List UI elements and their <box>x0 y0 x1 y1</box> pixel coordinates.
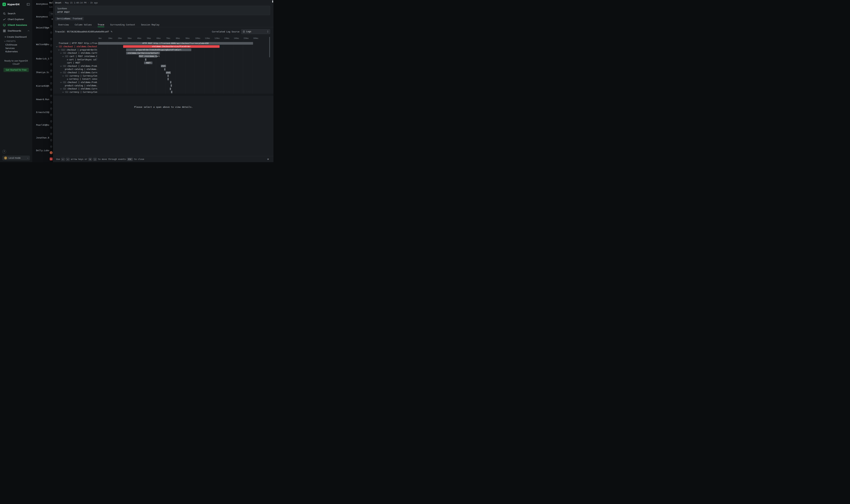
span-tree-entry[interactable]: product-catalog | oteldemo.Prod… <box>55 68 97 71</box>
span-row[interactable]: ▤currency | Convert convers…( <box>55 77 270 81</box>
span-tree-entry[interactable]: (1)currency | Currency/Convert <box>55 91 97 94</box>
span-row[interactable]: product-catalog | oteldemo.Prod…( <box>55 68 270 71</box>
chevron-down-icon[interactable] <box>58 49 60 50</box>
sidebar-item-chart-explorer[interactable]: Chart Explorer <box>0 16 32 22</box>
span-row[interactable]: cart | HGETHGET <box>55 61 270 65</box>
session-list-item[interactable]: Walton9@ho <box>36 43 49 46</box>
span-bar[interactable]: HTTP POST http://frontend:8080/api/check… <box>98 42 253 44</box>
sidebar-item-search[interactable]: Search <box>0 11 32 16</box>
preset-clickhouse[interactable]: Clickhouse <box>0 43 32 47</box>
tab-column-values[interactable]: Column Values <box>75 22 92 27</box>
chevron-down-icon[interactable] <box>62 55 64 57</box>
session-search-input[interactable]: Sea <box>49 12 53 16</box>
log-source-select[interactable]: Logs <box>241 29 270 34</box>
chevron-down-icon[interactable] <box>60 52 62 54</box>
span-tree-entry[interactable]: frontend | HTTP POST http://frontend:… <box>55 42 97 45</box>
span-row[interactable]: (1)checkout | oteldemo.CurrencySe…otel <box>55 71 270 74</box>
presets-section-toggle[interactable]: PRESETS <box>0 39 32 43</box>
chevron-down-icon[interactable] <box>62 91 64 93</box>
dashboards-icon <box>3 30 6 32</box>
span-bar[interactable]: otel <box>166 71 171 74</box>
local-mode-button[interactable]: U Local mode › <box>2 156 30 160</box>
chevron-down-icon[interactable] <box>60 72 62 73</box>
session-list-item[interactable]: Roderick_S <box>36 57 49 60</box>
service-name-tag[interactable]: ServiceName: frontend <box>55 17 84 21</box>
session-list-item[interactable]: Ernesto33@ <box>36 111 49 113</box>
chevron-down-icon[interactable] <box>62 75 64 76</box>
waterfall-scrollbar[interactable] <box>269 37 270 57</box>
create-dashboard-button[interactable]: + Create Dashboard <box>0 35 32 39</box>
span-tree-entry[interactable]: (2)cart | POST /oteldemo.CartSe… <box>55 55 97 58</box>
session-list-item[interactable]: Anonymous <box>36 3 48 5</box>
span-row[interactable]: (1)currency | Currency/Convert( <box>55 74 270 77</box>
span-bar[interactable]: ( <box>167 78 169 80</box>
axis-tick-label: 70ms <box>166 37 170 39</box>
span-row[interactable]: (2)cart | POST /oteldemo.CartSe…POST /ot… <box>55 55 270 58</box>
help-button[interactable]: ? <box>2 150 6 154</box>
close-drawer-button[interactable]: ✕ <box>267 158 269 161</box>
span-bar[interactable]: ( <box>145 58 146 61</box>
span-tree-entry[interactable]: (1)checkout | oteldemo.ProductCat… <box>55 64 97 68</box>
span-tree-entry[interactable]: (1)checkout | oteldemo.CurrencySe… <box>55 87 97 91</box>
span-row[interactable]: (11)checkout | prepareOrderItemsAnd…prep… <box>55 48 270 51</box>
span-tree-entry[interactable]: cart | HGET <box>55 61 97 65</box>
tab-surrounding-context[interactable]: Surrounding Context <box>110 22 135 27</box>
collapse-sidebar-icon[interactable] <box>27 3 30 5</box>
chevron-down-icon[interactable] <box>60 65 62 67</box>
span-tree-entry[interactable]: ▤cart | GetCartAsync called… <box>55 58 97 61</box>
span-bar[interactable]: ( <box>164 68 165 71</box>
span-bar[interactable]: ( <box>170 81 171 84</box>
span-row[interactable]: ▤cart | GetCartAsync called…( <box>55 58 270 61</box>
span-bar[interactable]: ( <box>167 74 169 77</box>
edit-icon[interactable]: ✎ <box>111 30 113 33</box>
sidebar-item-client-sessions[interactable]: Client Sessions <box>0 22 32 28</box>
session-list-item[interactable]: Anonymous <box>36 15 48 18</box>
span-bar[interactable]: POST /oteldemo.Cart <box>139 55 157 57</box>
span-bar[interactable]: ( <box>170 84 172 87</box>
session-list-item[interactable]: Howard.Run <box>36 98 49 101</box>
session-list-item[interactable]: Shaniya.Sc <box>36 71 49 74</box>
span-row[interactable]: (1)checkout | oteldemo.CartServic…otelde… <box>55 51 270 55</box>
sidebar-item-dashboards[interactable]: Dashboards <box>0 28 32 34</box>
chevron-down-icon[interactable] <box>60 88 62 89</box>
location-pin-icon <box>50 69 53 72</box>
span-bar[interactable]: ( <box>171 91 173 93</box>
preset-services[interactable]: Services <box>0 47 32 50</box>
span-bar[interactable]: ( <box>170 88 171 90</box>
span-row[interactable]: product-catalog | oteldemo.Prod…( <box>55 84 270 87</box>
span-row[interactable]: (1)currency | Currency/Convert( <box>55 91 270 94</box>
session-list-item[interactable]: Jonathan.B <box>36 137 49 139</box>
tab-trace[interactable]: Trace <box>98 22 104 27</box>
correlated-log-source-label: Correlated Log Source <box>212 30 239 33</box>
session-list-item[interactable]: Dolly.Lubo <box>36 149 49 152</box>
span-tree-entry[interactable]: (1)checkout | oteldemo.CurrencySe… <box>55 71 97 74</box>
span-row[interactable]: frontend | HTTP POST http://frontend:…HT… <box>55 42 270 45</box>
session-list-item[interactable]: Deion37@gm <box>36 26 49 29</box>
span-tree-entry[interactable]: (1)currency | Currency/Convert <box>55 74 97 77</box>
preset-kubernetes[interactable]: Kubernetes <box>0 50 32 53</box>
span-bar[interactable]: HGET <box>144 61 152 64</box>
span-tree-entry[interactable]: ▤currency | Convert convers… <box>55 77 97 81</box>
span-bar[interactable]: oteldemo.CartService/GetCart <box>126 52 160 54</box>
span-tree-entry[interactable]: (2)checkout | oteldemo.CheckoutServic… <box>55 45 97 48</box>
session-list-item[interactable]: Pearl43@ho <box>36 124 49 126</box>
span-bar[interactable]: otel <box>161 65 166 67</box>
span-tree-entry[interactable]: (1)checkout | oteldemo.ProductCat… <box>55 81 97 84</box>
tab-session-replay[interactable]: Session Replay <box>141 22 159 27</box>
span-tree-entry[interactable]: (1)checkout | oteldemo.CartServic… <box>55 51 97 55</box>
span-bar[interactable]: oteldemo.CheckoutService/PlaceOrder <box>123 45 220 48</box>
span-tree-entry[interactable]: product-catalog | oteldemo.Prod… <box>55 84 97 87</box>
tab-overview[interactable]: Overview <box>58 22 69 27</box>
span-bar[interactable]: prepareOrderItemsAndShippingQuoteFromCar… <box>126 49 191 51</box>
get-started-button[interactable]: Get Started for Free <box>3 68 29 72</box>
session-list-item[interactable]: Kieran92@h <box>36 85 49 87</box>
span-tree-entry[interactable]: (11)checkout | prepareOrderItemsAnd… <box>55 48 97 51</box>
page-scrollbar[interactable] <box>272 0 273 3</box>
span-row[interactable]: (1)checkout | oteldemo.CurrencySe…( <box>55 87 270 91</box>
trace-id[interactable]: TraceId: 957362828baa84dc02d95a4e6e99ca4… <box>55 30 109 33</box>
chevron-down-icon[interactable] <box>60 81 62 83</box>
chevron-down-icon[interactable] <box>56 46 58 47</box>
span-row[interactable]: (2)checkout | oteldemo.CheckoutServic…ot… <box>55 45 270 48</box>
span-row[interactable]: (1)checkout | oteldemo.ProductCat…otel <box>55 64 270 68</box>
span-row[interactable]: (1)checkout | oteldemo.ProductCat…( <box>55 81 270 84</box>
